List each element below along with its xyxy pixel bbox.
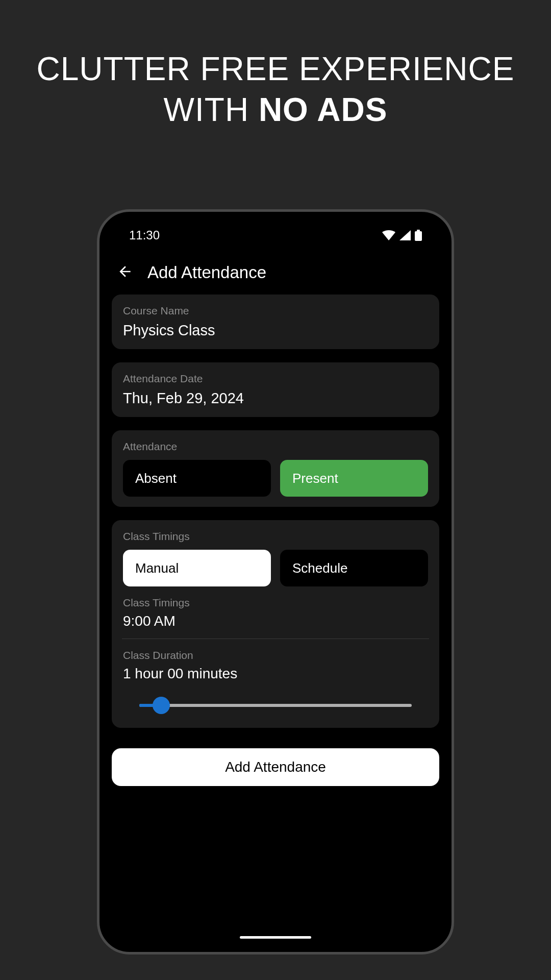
timings-mode-toggle-row: Manual Schedule	[123, 550, 428, 586]
svg-rect-1	[417, 230, 420, 231]
class-duration-label: Class Duration	[123, 649, 428, 662]
divider	[122, 639, 429, 639]
back-icon[interactable]	[117, 263, 133, 282]
absent-button[interactable]: Absent	[123, 460, 271, 497]
promo-line-2: WITH NO ADS	[37, 89, 515, 130]
class-duration-value: 1 hour 00 minutes	[123, 666, 428, 682]
home-indicator[interactable]	[240, 936, 311, 939]
class-timings-field[interactable]: Class Timings 9:00 AM	[123, 597, 428, 629]
course-name-label: Course Name	[123, 305, 428, 317]
app-bar: Add Attendance	[105, 254, 446, 295]
add-attendance-button[interactable]: Add Attendance	[112, 748, 439, 786]
slider-thumb[interactable]	[153, 697, 170, 714]
phone-frame: 11:30 Add Attendance Course Name	[97, 209, 454, 954]
course-name-value: Physics Class	[123, 322, 428, 339]
class-timings-card: Class Timings Manual Schedule Class Timi…	[112, 520, 439, 728]
status-bar: 11:30	[105, 217, 446, 254]
form-content: Course Name Physics Class Attendance Dat…	[105, 295, 446, 728]
class-timings-mode-label: Class Timings	[123, 530, 428, 543]
attendance-toggle-row: Absent Present	[123, 460, 428, 497]
wifi-icon	[382, 230, 395, 240]
status-time: 11:30	[129, 228, 160, 242]
promo-headline: CLUTTER FREE EXPERIENCE WITH NO ADS	[37, 48, 515, 130]
class-timings-value: 9:00 AM	[123, 613, 428, 629]
battery-icon	[415, 230, 422, 241]
schedule-button[interactable]: Schedule	[280, 550, 428, 586]
attendance-date-value: Thu, Feb 29, 2024	[123, 390, 428, 407]
attendance-date-label: Attendance Date	[123, 373, 428, 385]
attendance-date-field[interactable]: Attendance Date Thu, Feb 29, 2024	[112, 362, 439, 417]
attendance-label: Attendance	[123, 440, 428, 453]
present-button[interactable]: Present	[280, 460, 428, 497]
promo-line-1: CLUTTER FREE EXPERIENCE	[37, 48, 515, 89]
manual-button[interactable]: Manual	[123, 550, 271, 586]
duration-slider[interactable]	[123, 693, 428, 718]
cellular-icon	[399, 230, 411, 240]
course-name-field[interactable]: Course Name Physics Class	[112, 295, 439, 349]
class-timings-label: Class Timings	[123, 597, 428, 609]
slider-track	[139, 704, 412, 707]
page-title: Add Attendance	[147, 263, 266, 282]
phone-screen: 11:30 Add Attendance Course Name	[105, 217, 446, 947]
attendance-toggle-card: Attendance Absent Present	[112, 430, 439, 507]
class-duration-section: Class Duration 1 hour 00 minutes	[123, 649, 428, 718]
svg-rect-0	[415, 231, 422, 241]
status-icons	[382, 230, 422, 241]
